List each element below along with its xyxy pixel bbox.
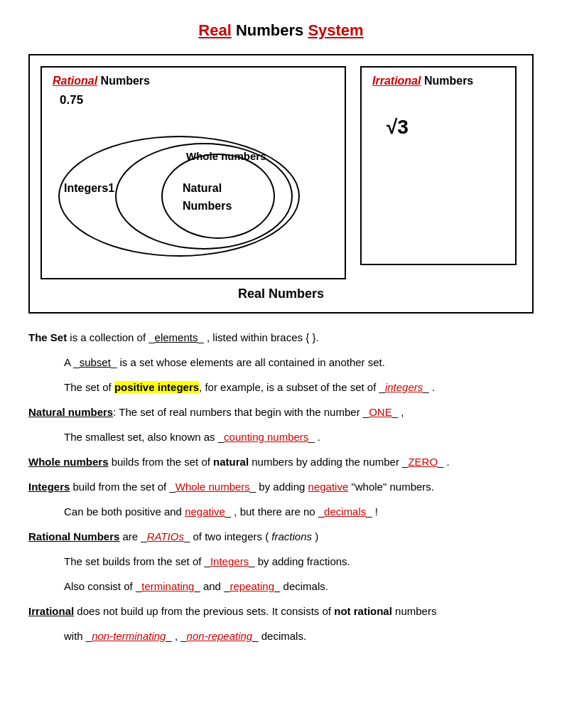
set-paragraph: The Set is a collection of _elements_ , … (28, 328, 534, 347)
natural-paragraph: Natural numbers: The set of real numbers… (28, 402, 534, 422)
natural-ref: natural (213, 456, 249, 468)
rational-label: Rational Numbers (53, 75, 334, 87)
rational-box: Rational Numbers 0.75 Integers -1 Whole … (40, 66, 346, 279)
whole-text1: builds from the set of (109, 456, 214, 468)
value-075: 0.75 (60, 93, 334, 107)
subset-text2: _ is a set whose elements are all contai… (111, 356, 385, 368)
builds-text2: _ by adding fractions. (249, 555, 350, 567)
real-numbers-bottom-label: Real Numbers (40, 287, 522, 301)
rational-text3: ) (312, 530, 318, 542)
fractions-word: fractions (271, 530, 312, 542)
non-terminating-word: non-terminating (92, 630, 166, 642)
can-be-text3: _ ! (366, 505, 378, 518)
also-text3: _ decimals. (274, 580, 328, 592)
whole-text2: numbers by adding the number _ (249, 456, 408, 468)
irrational-label: Irrational Numbers (372, 75, 504, 87)
venn-diagram: Integers -1 Whole numbers Natural Number… (58, 129, 328, 271)
counting-numbers-word: counting numbers (224, 431, 308, 443)
whole-label: Whole numbers (28, 456, 109, 468)
natural-text2: _ , (392, 406, 404, 418)
natural-label: Natural numbers (28, 406, 113, 418)
positive-integers-paragraph: The set of positive integers, for exampl… (64, 378, 534, 397)
set-text1: is a collection of _ (67, 331, 154, 343)
terminating-word: terminating (141, 580, 194, 592)
not-rational-text: not rational (334, 605, 392, 617)
can-be-text2: _ , but there are no _ (225, 505, 324, 518)
irrational-label-text: Irrational (28, 605, 74, 617)
content-section: The Set is a collection of _elements_ , … (28, 328, 534, 646)
rational-italic-label: Rational (53, 75, 97, 87)
integers-paragraph: Integers build from the set of _Whole nu… (28, 477, 534, 496)
whole-text3: _ . (438, 456, 450, 468)
irrational-rest-label: Numbers (421, 75, 473, 87)
rational-numbers-label: Rational Numbers (28, 530, 119, 542)
natural-label: Natural (183, 182, 222, 195)
subset-word: subset (80, 356, 111, 368)
irrational-text1: does not build up from the previous sets… (74, 605, 334, 617)
also-text1: Also consist of _ (64, 580, 141, 592)
whole-numbers-ref: Whole numbers (175, 481, 250, 493)
set-label: The Set (28, 331, 67, 343)
subset-paragraph: A _subset_ is a set whose elements are a… (64, 353, 534, 372)
counting-text2: _ . (308, 431, 320, 443)
with-text3: _ decimals. (252, 630, 306, 642)
integers-text2: _ by adding (250, 481, 308, 493)
pos-int-text1: The set of (64, 381, 114, 393)
rational-paragraph: Rational Numbers are _RATIOs_ of two int… (28, 527, 534, 546)
title-real: Real (198, 21, 231, 39)
integers-text1: build from the set of _ (70, 481, 175, 493)
diagram-container: Rational Numbers 0.75 Integers -1 Whole … (28, 54, 534, 314)
can-be-text1: Can be both positive and (64, 505, 185, 518)
numbers-label: Numbers (183, 200, 232, 213)
irrational-paragraph: Irrational does not build up from the pr… (28, 601, 534, 621)
with-paragraph: with _non-terminating_ , _non-repeating_… (64, 626, 534, 646)
with-text2: _ , _ (166, 630, 186, 642)
pos-int-text3: _ . (423, 381, 435, 393)
negative-word: negative (185, 505, 225, 518)
whole-paragraph: Whole numbers builds from the set of nat… (28, 452, 534, 471)
integers-ref: integers (385, 381, 423, 393)
rational-text2: _ of two integers ( (184, 530, 271, 542)
whole-label: Whole numbers (186, 150, 266, 162)
positive-integers-highlight: positive integers (114, 381, 199, 393)
neg1-label: -1 (104, 182, 114, 195)
ratios-word: RATIOs (147, 530, 184, 542)
irrational-text2: numbers (392, 605, 437, 617)
can-be-paragraph: Can be both positive and negative_ , but… (64, 502, 534, 521)
also-text2: _ and _ (194, 580, 229, 592)
one-word: ONE (369, 406, 392, 418)
integers-label: Integers (64, 182, 108, 195)
also-paragraph: Also consist of _terminating_ and _repea… (64, 577, 534, 596)
zero-word: ZERO (408, 456, 438, 468)
decimals-word: decimals (324, 505, 366, 518)
set-text2: _ , listed within braces { }. (198, 331, 318, 343)
integers-ref2: Integers (210, 555, 249, 567)
natural-text1: : The set of real numbers that begin wit… (113, 406, 369, 418)
elements-word: elements (155, 331, 198, 343)
counting-paragraph: The smallest set, also known as _countin… (64, 427, 534, 446)
rational-text1: are _ (119, 530, 146, 542)
diagram-row: Rational Numbers 0.75 Integers -1 Whole … (40, 66, 522, 279)
integers-label: Integers (28, 481, 70, 493)
negative-ref: negative (308, 481, 349, 493)
subset-text1: A _ (64, 356, 80, 368)
non-repeating-word: non-repeating (187, 630, 253, 642)
with-text1: with _ (64, 630, 92, 642)
pos-int-text2: , for example, is a subset of the set of… (199, 381, 385, 393)
counting-text1: The smallest set, also known as _ (64, 431, 224, 443)
builds-text1: The set builds from the set of _ (64, 555, 210, 567)
sqrt3-value: √3 (387, 116, 504, 139)
title-numbers: Numbers (232, 21, 308, 39)
irrational-box: Irrational Numbers √3 (360, 66, 517, 265)
irrational-italic-label: Irrational (372, 75, 421, 87)
title-system: System (308, 21, 363, 39)
integers-text3: "whole" numbers. (348, 481, 434, 493)
repeating-word: repeating (229, 580, 274, 592)
ellipse-natural (161, 154, 275, 239)
builds-paragraph: The set builds from the set of _Integers… (64, 552, 534, 571)
rational-rest-label: Numbers (97, 75, 150, 87)
page-title: Real Numbers System (28, 21, 534, 40)
